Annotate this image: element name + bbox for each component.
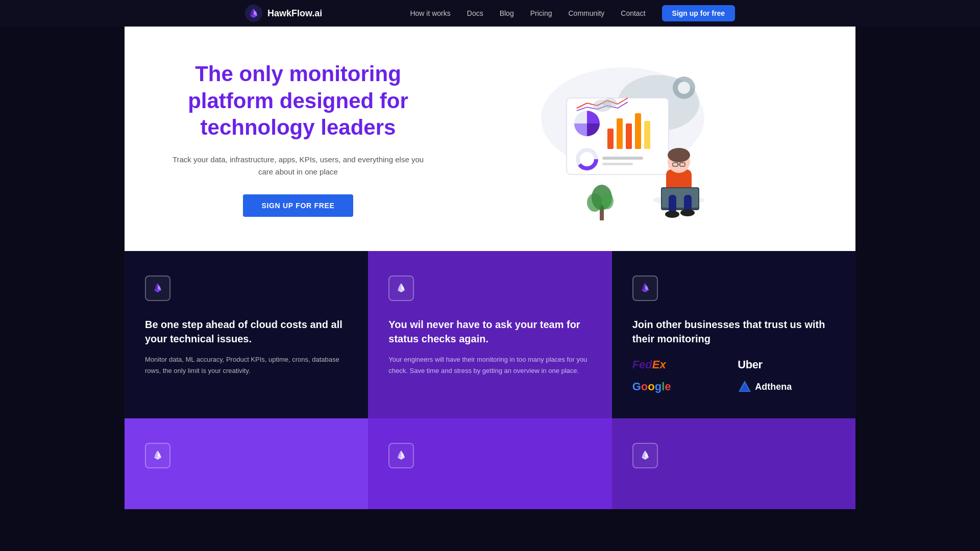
nav-community[interactable]: Community	[569, 9, 605, 17]
feature-card-status-checks: You wil never have to ask your team for …	[368, 251, 611, 418]
svg-rect-24	[662, 188, 698, 208]
svg-point-27	[665, 211, 679, 218]
feature-icon-box-3	[632, 276, 658, 301]
nav-signup-button[interactable]: Sign up for free	[662, 5, 735, 21]
hero-content: The only monitoring platform designed fo…	[165, 61, 431, 217]
nav-how-it-works[interactable]: How it works	[410, 9, 450, 17]
feature-card-cloud-costs: Be one step ahead of cloud costs and all…	[125, 251, 368, 418]
nav-docs[interactable]: Docs	[467, 9, 483, 17]
svg-rect-15	[602, 163, 633, 165]
feature-title-2: You wil never have to ask your team for …	[388, 317, 591, 346]
hero-illustration-container	[431, 57, 815, 220]
feature-card-row2-2	[368, 418, 611, 509]
fedex-logo: FedEx	[632, 358, 730, 371]
svg-point-19	[668, 148, 690, 162]
nav-blog[interactable]: Blog	[500, 9, 514, 17]
features-grid: Be one step ahead of cloud costs and all…	[125, 251, 855, 418]
svg-rect-11	[644, 121, 650, 149]
hawkflow-icon-3	[638, 281, 652, 295]
svg-point-32	[601, 193, 614, 209]
hawkflow-icon-row2-2	[394, 448, 408, 463]
hawkflow-icon-row2-1	[151, 448, 165, 463]
svg-point-4	[678, 82, 690, 94]
trusted-title: Join other businesses that trust us with…	[632, 317, 835, 346]
hawkflow-icon-row2-3	[638, 448, 652, 463]
svg-rect-8	[617, 118, 623, 149]
feature-card-trusted: Join other businesses that trust us with…	[612, 251, 855, 418]
logo-link[interactable]: HawkFlow.ai	[245, 5, 322, 22]
nav-links: How it works Docs Blog Pricing Community…	[410, 5, 735, 21]
svg-point-28	[680, 209, 695, 216]
feature-title-1: Be one step ahead of cloud costs and all…	[145, 317, 348, 346]
hawkflow-logo-icon	[245, 5, 262, 22]
feature-desc-2: Your engineers will have their monitorin…	[388, 354, 591, 377]
svg-rect-10	[635, 113, 641, 149]
logos-grid: FedEx Uber Google Adthena	[632, 358, 835, 394]
logo-text: HawkFlow.ai	[267, 8, 322, 19]
hero-cta-button[interactable]: SIGN UP FOR FREE	[243, 194, 353, 217]
nav-pricing[interactable]: Pricing	[530, 9, 552, 17]
hawkflow-icon-2	[394, 281, 408, 295]
svg-rect-9	[626, 123, 632, 149]
adthena-logo-icon	[738, 380, 752, 394]
feature-icon-box-2	[388, 276, 414, 301]
hawkflow-icon-1	[151, 281, 165, 295]
feature-icon-box-row2-2	[388, 443, 414, 468]
feature-icon-box-row2-3	[632, 443, 658, 468]
hero-subtitle: Track your data, infrastructure, apps, K…	[165, 154, 431, 178]
nav-contact[interactable]: Contact	[621, 9, 645, 17]
feature-icon-box-1	[145, 276, 170, 301]
svg-rect-25	[669, 195, 676, 213]
svg-point-34	[603, 98, 617, 108]
hero-title: The only monitoring platform designed fo…	[165, 61, 431, 141]
svg-rect-14	[602, 157, 643, 160]
feature-icon-box-row2-1	[145, 443, 170, 468]
features-row2	[125, 418, 855, 509]
navbar: HawkFlow.ai How it works Docs Blog Prici…	[0, 0, 980, 27]
google-logo: Google	[632, 380, 730, 394]
svg-rect-7	[607, 129, 614, 149]
hero-illustration	[521, 57, 725, 220]
feature-desc-1: Monitor data, ML accuracy, Product KPIs,…	[145, 354, 348, 377]
uber-logo: Uber	[738, 358, 835, 371]
feature-card-row2-1	[125, 418, 368, 509]
adthena-logo: Adthena	[738, 380, 835, 394]
feature-card-row2-3	[612, 418, 855, 509]
svg-point-31	[587, 193, 602, 212]
hero-section: The only monitoring platform designed fo…	[125, 27, 855, 251]
